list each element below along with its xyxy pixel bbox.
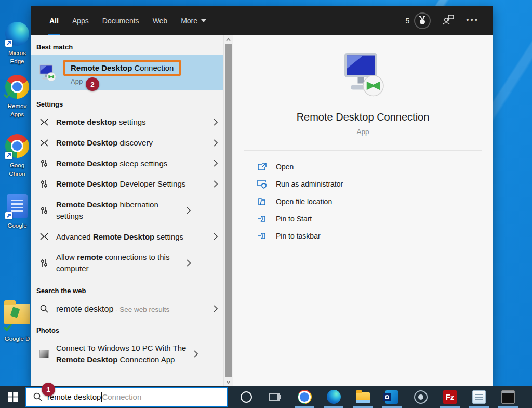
desktop-icon-label: Remov Apps xyxy=(0,102,34,119)
taskbar: remote desktopConnection Fz xyxy=(0,386,532,408)
folder-icon xyxy=(4,304,30,324)
remote-desktop-connection-icon xyxy=(37,63,57,83)
annotation-step-2-badge: 2 xyxy=(86,77,99,91)
search-icon xyxy=(33,392,42,401)
taskbar-search-box[interactable]: remote desktopConnection xyxy=(25,387,228,407)
taskbar-outlook-button[interactable] xyxy=(377,386,406,408)
remote-desktop-connection-icon xyxy=(338,50,388,100)
run-as-admin-icon xyxy=(257,180,267,189)
feedback-icon[interactable] xyxy=(442,14,455,28)
tab-documents[interactable]: Documents xyxy=(96,6,146,35)
desktop-icon-label: Google D xyxy=(0,335,34,344)
sliders-icon xyxy=(39,159,49,167)
action-pin-to-taskbar[interactable]: Pin to taskbar xyxy=(233,227,493,244)
photo-thumbnail xyxy=(39,350,49,358)
taskbar-cortana-button[interactable] xyxy=(232,386,261,408)
outlook-icon xyxy=(385,390,398,404)
result-remote-desktop-hibernation-settings[interactable]: Remote Desktop hibernation settings xyxy=(31,194,223,227)
cortana-icon xyxy=(241,391,252,403)
taskbar-edge-button[interactable] xyxy=(319,386,348,408)
desktop-icon-label: Google xyxy=(0,222,34,230)
desktop-icon-label: Micros Edge xyxy=(0,49,34,65)
desktop-icon-google-docs[interactable]: Google xyxy=(0,193,34,230)
filter-tabs: All Apps Documents Web More xyxy=(43,6,213,35)
action-open[interactable]: Open xyxy=(233,158,493,175)
rewards-count: 5 xyxy=(405,17,409,25)
scrollbar-thumb[interactable] xyxy=(225,44,232,377)
result-remote-desktop-developer-settings[interactable]: Remote Desktop Developer Settings xyxy=(31,174,223,194)
detail-title: Remote Desktop Connection xyxy=(297,111,430,123)
search-icon xyxy=(39,305,49,313)
search-filter-bar: All Apps Documents Web More 5 ••• xyxy=(31,6,493,35)
pin-icon xyxy=(257,232,267,240)
result-advanced-remote-desktop-settings[interactable]: Advanced Remote Desktop settings xyxy=(31,227,223,247)
shortcut-arrow-icon xyxy=(5,212,12,219)
record-icon xyxy=(414,390,428,404)
result-photos-item[interactable]: Connect To Windows 10 PC With The Remote… xyxy=(31,338,223,370)
folder-icon xyxy=(257,198,267,206)
result-remote-desktop-discovery[interactable]: Remote Desktop discovery xyxy=(31,133,223,153)
action-run-as-administrator[interactable]: Run as administrator xyxy=(233,175,493,193)
sliders-icon xyxy=(39,206,49,215)
rewards-medal-icon xyxy=(414,12,431,29)
taskbar-file-explorer-button[interactable] xyxy=(348,386,377,408)
search-autocomplete: Connection xyxy=(102,392,141,401)
taskbar-terminal-button[interactable] xyxy=(494,386,523,408)
annotation-step-1-badge: 1 xyxy=(42,383,55,396)
chevron-down-icon xyxy=(201,19,206,22)
result-allow-remote-connections[interactable]: Allow remote connections to this compute… xyxy=(31,247,223,279)
result-remote-desktop-settings[interactable]: Remote desktop settings xyxy=(31,112,223,133)
shortcut-arrow-icon xyxy=(5,40,12,47)
tab-more[interactable]: More xyxy=(174,6,213,35)
check-icon xyxy=(3,90,12,101)
taskbar-recorder-button[interactable] xyxy=(406,386,435,408)
ellipsis-icon[interactable]: ••• xyxy=(466,15,479,27)
chevron-right-icon xyxy=(212,119,219,126)
annotation-highlight-box xyxy=(63,60,181,76)
rewards-points[interactable]: 5 xyxy=(405,12,431,29)
best-match-result[interactable]: Remote Desktop Connection App xyxy=(31,55,223,90)
desktop-icon-label: Goog Chron xyxy=(0,162,34,178)
chevron-right-icon xyxy=(212,160,219,167)
desktop-icon-google-chrome[interactable]: Goog Chron xyxy=(0,133,34,178)
taskbar-notepad-button[interactable] xyxy=(464,386,494,408)
chevron-right-icon xyxy=(212,139,219,147)
section-best-match: Best match xyxy=(31,40,223,55)
sliders-icon xyxy=(39,259,49,267)
task-view-icon xyxy=(269,392,282,402)
action-open-file-location[interactable]: Open file location xyxy=(233,193,493,210)
remote-connect-icon xyxy=(39,119,49,126)
scroll-down-arrow[interactable] xyxy=(224,378,233,386)
start-icon xyxy=(8,392,18,402)
result-detail-pane: Remote Desktop Connection App Open Run a… xyxy=(233,35,493,386)
desktop-icon-microsoft-edge[interactable]: Micros Edge xyxy=(0,21,34,65)
filezilla-icon: Fz xyxy=(443,390,457,404)
search-results-list: Best match Remote Desktop Connection xyxy=(31,35,223,386)
result-web-search[interactable]: remote desktop - See web results xyxy=(31,298,223,320)
scroll-up-arrow[interactable] xyxy=(224,35,233,43)
tab-web[interactable]: Web xyxy=(146,6,175,35)
section-photos: Photos xyxy=(31,323,223,338)
remote-connect-icon xyxy=(39,233,49,240)
action-pin-to-start[interactable]: Pin to Start xyxy=(233,210,493,227)
start-button[interactable] xyxy=(0,386,25,408)
desktop-icon-remove-apps[interactable]: Remov Apps xyxy=(0,74,34,119)
search-input-value[interactable]: remote desktop xyxy=(47,392,101,401)
tab-apps[interactable]: Apps xyxy=(65,6,96,35)
taskbar-chrome-button[interactable] xyxy=(290,386,319,408)
tab-all[interactable]: All xyxy=(43,6,65,35)
pin-icon xyxy=(257,215,267,222)
chrome-icon xyxy=(298,390,312,404)
result-remote-desktop-sleep-settings[interactable]: Remote Desktop sleep settings xyxy=(31,153,223,174)
results-scrollbar[interactable] xyxy=(223,35,233,386)
detail-type: App xyxy=(356,128,369,136)
section-settings: Settings xyxy=(31,97,223,112)
chevron-right-icon xyxy=(185,259,192,267)
check-icon xyxy=(3,323,12,334)
taskbar-task-view-button[interactable] xyxy=(261,386,290,408)
edge-icon xyxy=(327,390,341,404)
chevron-right-icon xyxy=(192,350,200,358)
taskbar-filezilla-button[interactable]: Fz xyxy=(435,386,464,408)
shortcut-arrow-icon xyxy=(5,152,12,159)
desktop-icon-google-drive-folder[interactable]: Google D xyxy=(0,300,34,344)
